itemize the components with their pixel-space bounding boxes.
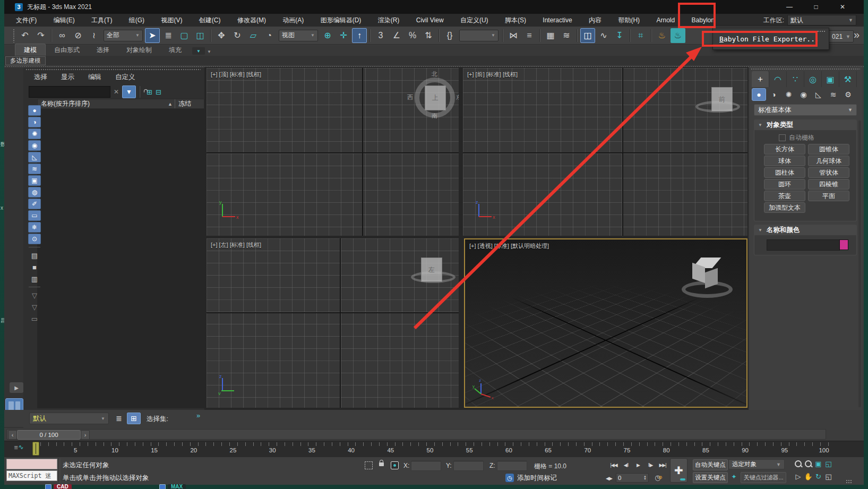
viewport-top[interactable]: [+] [顶] [标准] [线框] 上 北 西 东 南 y x [207,68,459,236]
maximize-button[interactable]: □ [811,3,821,11]
undo-icon[interactable]: ↶ [18,28,32,43]
panel-drag-handle[interactable] [25,69,201,70]
category-shapes-icon[interactable]: ◑ [767,88,781,101]
menu-item-create[interactable]: 创建(C) [198,16,222,25]
filter-combinations-icon[interactable]: ▽ [28,290,41,301]
orbit-icon[interactable]: ↻ [814,472,823,481]
layerbar-overflow-button[interactable]: » [196,411,200,419]
display-groups-icon[interactable]: ▣ [28,175,41,186]
keyboard-shortcut-override-icon[interactable]: ↑ [352,28,367,43]
panel-scrollbar[interactable] [858,121,861,407]
select-object-icon[interactable]: ➤ [145,28,160,43]
rectangular-selection-region-icon[interactable]: ▢ [177,28,192,43]
explorer-menu-select[interactable]: 选择 [34,73,47,82]
close-button[interactable]: ✕ [837,3,848,11]
primitive-button[interactable]: 加强型文本 [764,202,805,213]
viewcube-face[interactable]: 上 [425,85,446,110]
viewcube-south-label[interactable]: 南 [432,112,437,120]
primitive-button[interactable]: 平面 [808,191,849,201]
object-name-input[interactable] [767,239,840,251]
display-cameras-icon[interactable]: ◉ [28,140,41,151]
angle-snap-toggle-icon[interactable]: ∠ [389,28,404,43]
toggle-ribbon-icon[interactable]: ◫ [580,28,595,43]
ribbon-tab-populate[interactable]: 填充 [160,44,190,56]
primitive-button[interactable]: 圆环 [764,179,805,190]
container-tools-icon[interactable]: ▭ [28,313,41,324]
zoom-extents-all-icon[interactable]: ◱ [824,459,833,468]
play-icon[interactable]: ▶ [632,460,644,469]
viewcube-north-label[interactable]: 北 [432,70,437,78]
minimize-button[interactable]: — [784,3,795,11]
menu-item-help[interactable]: 帮助(H) [617,16,641,25]
toggle-layer-explorer-icon[interactable]: ≋ [559,28,574,43]
toolbar-overflow-button[interactable]: » [854,29,860,41]
menu-item-graph-editors[interactable]: 图形编辑器(D) [320,16,363,25]
zoom-extents-icon[interactable]: ▣ [814,459,823,468]
spinner-arrows-icon[interactable]: ▲▼ [643,475,647,481]
previous-frame-icon[interactable]: ◀‖ [620,460,632,469]
use-pivot-point-center-icon[interactable]: ⊕ [320,28,335,43]
viewport-front[interactable]: [+] [前] [标准] [线框] 前 z x [463,68,747,236]
snaps-toggle-3d-icon[interactable]: 3 [373,28,388,43]
menu-item-tools[interactable]: 工具(T) [90,16,113,25]
add-time-tag-icon[interactable]: ◷ [505,474,514,482]
key-mode-dropdown[interactable]: 选定对象 ▼ [728,459,785,469]
toggle-scene-explorer-icon[interactable]: ▦ [543,28,558,43]
tab-polygon-modeling[interactable]: 多边形建模 [5,56,46,65]
menu-item-views[interactable]: 视图(V) [160,16,183,25]
primitive-button[interactable]: 球体 [764,156,805,166]
display-geometry-icon[interactable]: ● [28,105,41,116]
viewcube-west-label[interactable]: 西 [407,93,413,101]
scene-object-list[interactable] [37,109,204,408]
display-xrefs-icon[interactable]: ◍ [28,187,41,198]
edit-named-selection-sets-icon[interactable]: {} [442,28,457,43]
display-helpers-icon[interactable]: ◺ [28,152,41,162]
window-crossing-icon[interactable]: ◫ [193,28,208,43]
filter-icon[interactable]: ▽ [28,302,41,312]
go-to-end-icon[interactable]: ▶▶| [657,460,668,469]
selection-filter-dropdown[interactable]: 全部▼ [104,30,143,41]
unlink-selection-icon[interactable]: ⊘ [71,28,85,43]
primitive-button[interactable]: 圆锥体 [808,144,849,155]
mirror-icon[interactable]: ⋈ [506,28,521,43]
menu-item-animation[interactable]: 动画(A) [281,16,305,25]
previous-key-button[interactable]: ‹ [8,430,17,440]
rollout-name-color-header[interactable]: ▼ 名称和颜色 ⣿ [754,225,857,235]
maxscript-listener-output[interactable] [6,459,57,469]
explorer-menu-customize[interactable]: 自定义 [115,73,135,82]
primitive-category-dropdown[interactable]: 标准基本体 ▼ [754,104,857,116]
material-editor-icon[interactable]: ⌗ [633,28,648,43]
explorer-menu-display[interactable]: 显示 [61,73,74,82]
menu-item-edit[interactable]: 编辑(E) [53,16,76,25]
select-and-rotate-icon[interactable]: ↻ [230,28,245,43]
isolate-selection-icon[interactable] [365,461,373,469]
viewcube-east-label[interactable]: 东 [456,93,459,101]
resize-grip-icon[interactable] [846,479,852,484]
menu-item-arnold[interactable]: Arnold [656,16,676,24]
display-lights-icon[interactable]: ✺ [28,128,41,139]
display-shapes-icon[interactable]: ◑ [28,117,41,127]
object-color-swatch[interactable] [839,239,848,250]
category-geometry-icon[interactable]: ● [752,88,766,101]
go-to-start-icon[interactable]: |◀◀ [608,460,620,469]
align-icon[interactable]: ≡ [522,28,537,43]
y-coordinate-field[interactable] [453,461,484,471]
current-frame-marker[interactable] [32,442,39,456]
menu-item-interactive[interactable]: Interactive [542,16,573,24]
maximize-viewport-toggle-icon[interactable]: ◱ [824,472,833,481]
menu-item-content[interactable]: 内容 [588,16,603,25]
menu-item-file[interactable]: 文件(F) [15,16,38,25]
track-bar[interactable]: ≣∿ 0510152025303540455055606570758085909… [4,441,864,457]
key-tangents-icon[interactable]: ✦ [728,472,739,481]
category-space-warps-icon[interactable]: ≋ [826,88,840,101]
scene-explorer-toggle-icon[interactable]: ⊞ [127,413,141,424]
viewport-left[interactable]: [+] [左] [标准] [线框] 左 z y [207,238,459,408]
menu-item-group[interactable]: 组(G) [128,16,145,25]
menu-item-customize[interactable]: 自定义(U) [459,16,489,25]
coordinate-display-icon[interactable] [391,461,399,469]
spinner-snap-toggle-icon[interactable]: ⇅ [421,28,436,43]
pan-view-icon[interactable]: ✋ [804,472,813,481]
next-frame-icon[interactable]: ‖▶ [644,460,656,469]
named-selection-set-dropdown[interactable]: ▼ [459,30,499,41]
ribbon-tab-selection[interactable]: 选择 [88,44,118,56]
